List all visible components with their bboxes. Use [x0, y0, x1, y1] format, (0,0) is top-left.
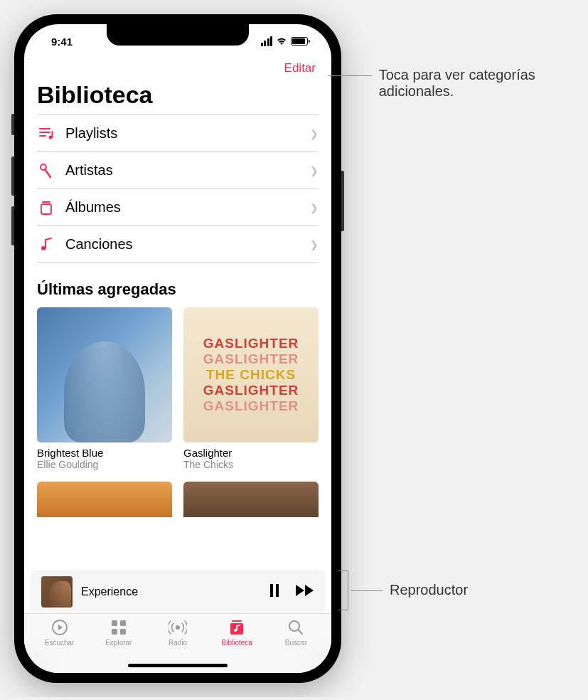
callout-layer: Toca para ver categorías adicionales. Re… — [341, 14, 583, 683]
radio-icon — [169, 618, 187, 637]
battery-icon — [291, 37, 308, 46]
album-title: Brightest Blue — [37, 447, 172, 459]
svg-rect-7 — [112, 620, 117, 626]
album-icon — [37, 200, 55, 216]
tab-label: Radio — [169, 639, 187, 647]
svg-rect-9 — [112, 629, 117, 635]
status-time: 9:41 — [44, 36, 73, 48]
now-playing-title: Experience — [81, 585, 260, 598]
chevron-right-icon: ❯ — [310, 128, 319, 139]
now-playing-artwork — [41, 576, 73, 608]
pause-button[interactable] — [269, 584, 280, 600]
now-playing-bar[interactable]: Experience — [31, 571, 324, 613]
album-artist: Ellie Goulding — [37, 459, 172, 470]
album-item[interactable] — [37, 482, 172, 517]
callout-edit: Toca para ver categorías adicionales. — [328, 67, 583, 100]
tab-label: Biblioteca — [222, 639, 252, 647]
album-artwork — [37, 307, 172, 442]
callout-text: Reproductor — [390, 582, 468, 598]
svg-rect-5 — [276, 584, 279, 597]
library-icon — [228, 618, 245, 637]
tab-label: Buscar — [285, 639, 307, 647]
tab-listen[interactable]: Escuchar — [30, 618, 89, 673]
chevron-right-icon: ❯ — [310, 239, 319, 250]
chevron-right-icon: ❯ — [310, 165, 319, 176]
category-label: Artistas — [65, 162, 300, 179]
forward-button[interactable] — [296, 585, 314, 599]
svg-point-11 — [176, 625, 180, 630]
album-artwork: GASLIGHTER GASLIGHTER THE CHICKS GASLIGH… — [183, 307, 319, 442]
category-artists[interactable]: Artistas ❯ — [37, 152, 319, 189]
svg-rect-10 — [120, 629, 126, 635]
category-list: Playlists ❯ Artistas ❯ Álb — [37, 115, 319, 263]
note-icon — [37, 238, 55, 252]
album-item[interactable] — [183, 482, 319, 517]
microphone-icon — [37, 163, 55, 179]
tab-search[interactable]: Buscar — [267, 618, 326, 673]
edit-button[interactable]: Editar — [284, 61, 316, 75]
album-item[interactable]: GASLIGHTER GASLIGHTER THE CHICKS GASLIGH… — [183, 307, 319, 470]
notch — [107, 24, 249, 46]
home-indicator[interactable] — [128, 664, 228, 667]
chevron-right-icon: ❯ — [310, 202, 319, 213]
category-albums[interactable]: Álbumes ❯ — [37, 189, 319, 226]
play-circle-icon — [51, 618, 68, 637]
playlist-icon — [37, 127, 55, 140]
album-title: Gaslighter — [183, 447, 319, 459]
tab-label: Explorar — [105, 639, 132, 647]
album-artwork — [37, 482, 172, 517]
category-songs[interactable]: Canciones ❯ — [37, 226, 319, 263]
grid-icon — [111, 618, 127, 637]
svg-rect-8 — [120, 620, 126, 626]
status-icons — [261, 36, 312, 46]
mute-switch — [11, 114, 14, 135]
album-artist: The Chicks — [183, 459, 319, 470]
svg-rect-4 — [270, 584, 273, 597]
category-label: Canciones — [65, 236, 300, 253]
callout-player: Reproductor — [338, 582, 468, 610]
category-label: Álbumes — [65, 199, 300, 216]
wifi-icon — [276, 37, 287, 46]
volume-down-button — [11, 206, 14, 245]
recent-section-header: Últimas agregadas — [37, 263, 319, 307]
category-label: Playlists — [65, 125, 300, 142]
tab-label: Escuchar — [45, 639, 75, 647]
callout-text: Toca para ver categorías adicionales. — [379, 67, 583, 100]
volume-up-button — [11, 157, 14, 196]
page-title: Biblioteca — [37, 81, 319, 115]
screen: 9:41 Editar Biblioteca — [24, 24, 331, 673]
album-artwork — [183, 482, 319, 517]
svg-rect-2 — [41, 204, 51, 214]
album-item[interactable]: Brightest Blue Ellie Goulding — [37, 307, 172, 470]
category-playlists[interactable]: Playlists ❯ — [37, 115, 319, 152]
phone-frame: 9:41 Editar Biblioteca — [14, 14, 341, 683]
search-icon — [288, 618, 304, 637]
cellular-signal-icon — [261, 36, 273, 46]
album-grid: Brightest Blue Ellie Goulding GASLIGHTER… — [37, 307, 319, 517]
